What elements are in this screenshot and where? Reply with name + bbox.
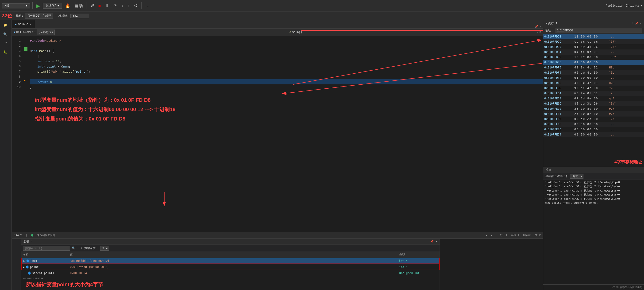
memory-row-15: 0x010FFE14 23 10 8e 00 #.?.	[543, 111, 644, 116]
toolbar-sep-3	[141, 2, 142, 9]
output-line-5: "HelloWorld.exe"(Win32): 已加载 "C:\Windows…	[545, 197, 642, 201]
watch-row-3[interactable]: 🔷 sizeof(point) 0x00000004 unsigned int	[21, 270, 440, 276]
memory-row-11: 0x010FFE04 60 fe 0f 01 `?.	[543, 91, 644, 96]
ln-8: 8	[12, 74, 24, 79]
mem-ascii-8: ....	[609, 76, 643, 79]
code-line-6: int* point = &num;	[30, 64, 543, 69]
gi-2	[24, 41, 28, 46]
mem-bytes-11: 60 fe 0f 01	[574, 92, 607, 95]
csdn-watermark: CSDN @窝在小角落里学习	[543, 284, 644, 290]
watch-search-input[interactable]	[23, 246, 70, 251]
watch-pin-btn[interactable]: 📌	[430, 240, 434, 243]
memory-gear-icon[interactable]: ⚙	[546, 22, 547, 25]
auto-btn[interactable]: 自动	[73, 2, 84, 9]
memory-row-5: 0x010FFDEC 01 00 00 00 ....	[543, 60, 644, 65]
gi-5	[24, 58, 28, 63]
sidebar-icon-search[interactable]: 🔍	[1, 30, 10, 38]
editor-close-btn[interactable]: ✕	[539, 25, 541, 28]
step-out-btn[interactable]: ↑	[126, 2, 131, 9]
encoding-info: CRLF	[535, 234, 541, 237]
code-line-5: int num = 18;	[30, 59, 543, 64]
fire-btn[interactable]: 🔥	[64, 2, 72, 9]
mem-addr-9: 0x010FFDFC	[544, 81, 572, 85]
sidebar-icon-git[interactable]: ⎇	[1, 39, 10, 47]
scroll-left-btn[interactable]: ◂	[537, 30, 538, 34]
editor-tab-main[interactable]: ◆ main.c ✕	[12, 20, 35, 28]
split-btn[interactable]: ⊞	[540, 30, 541, 34]
scroll-right[interactable]: ▸	[491, 234, 492, 237]
stop-btn[interactable]: ■	[97, 2, 102, 9]
stack-value[interactable]: main	[70, 13, 89, 18]
memory-pin-btn[interactable]: 📌	[635, 22, 638, 25]
output-source-select[interactable]: 调试	[570, 174, 584, 179]
watch-add-row[interactable]: 添加要监视的项	[21, 276, 440, 279]
mem-ascii-4: ...?	[609, 55, 643, 59]
code-text-8	[30, 75, 32, 78]
arch-chevron: ▼	[26, 4, 28, 7]
watch-val-3: 0x00000004	[68, 272, 397, 275]
main-toolbar: x86 ▼ ▶ 继续(C) ▼ 🔥 自动 ↺ ■ ⏸ ↷ ↓ ↑ ↺ ⋯ App…	[0, 0, 644, 12]
step-over-btn[interactable]: ↷	[112, 2, 118, 9]
header-hello-world: HelloWorld	[16, 31, 33, 34]
ln-6: 6	[12, 64, 24, 69]
main-layout: 📁 🔍 ⎇ 🐛 ◆ main.c ✕ 📌 ✕	[0, 20, 644, 290]
mem-bytes-18: 00 00 00 00	[574, 128, 607, 131]
continue-dropdown[interactable]: 继续(C) ▼	[43, 3, 62, 9]
watch-up-btn[interactable]: ↑	[77, 247, 79, 250]
step-back-btn[interactable]: ↺	[132, 2, 139, 9]
app-insights-chevron: ▼	[640, 4, 642, 7]
mem-bytes-13: 85 aa 3b 96	[574, 102, 607, 105]
memory-row-9: 0x010FFDFC 48 9c 4c 01 H?L.	[543, 80, 644, 86]
scroll-left[interactable]: ◂	[486, 234, 487, 237]
function-selector[interactable]: ⊕ main()	[290, 30, 302, 34]
restart-btn[interactable]: ↺	[89, 2, 96, 9]
memory-scroll-btn[interactable]: ↕	[632, 22, 634, 25]
sidebar-icon-debug[interactable]: 🐛	[1, 48, 10, 56]
step-into-btn[interactable]: ↓	[120, 2, 125, 9]
mem-bytes-5: 01 00 00 00	[574, 61, 607, 64]
depth-label: 搜索深度：	[84, 246, 98, 250]
depth-select[interactable]: 3	[100, 246, 109, 251]
bottom-sidebar	[12, 239, 21, 290]
watch-row-1[interactable]: ▶ 🔷 &num 0x010ffdd8 {0x00000012} int *	[21, 258, 440, 264]
watch-name-2: ▶ 🔷 point	[21, 265, 68, 269]
watch-row-2[interactable]: ▶ 🔷 point 0x010ffdd8 {0x00000012} int *	[21, 264, 440, 270]
watch-down-btn[interactable]: ↓	[81, 247, 82, 250]
memory-row-7: 0x010FFDF4 90 ee 4c 00 ??L.	[543, 70, 644, 75]
mem-addr-4: 0x010FFDE8	[544, 55, 572, 59]
scope-selector[interactable]: (全局范围)	[36, 29, 54, 35]
fold-indicator[interactable]	[24, 47, 28, 51]
arch-selector[interactable]: x86 ▼	[2, 3, 30, 8]
mem-ascii-1: ????	[609, 40, 643, 43]
tab-close-btn[interactable]: ✕	[30, 22, 32, 26]
editor-pin-btn[interactable]: 📌	[535, 25, 538, 28]
sidebar-icon-explorer[interactable]: 📁	[1, 21, 10, 29]
mem-bytes-8: 01 00 00 00	[574, 76, 607, 79]
memory-row-0: 0x010FFDD8 12 00 00 00 ....	[543, 34, 644, 39]
more-btn[interactable]: ⋯	[144, 2, 151, 9]
watch-toolbar: 🔍 ↑ ↓ 搜索深度： 3	[21, 245, 440, 252]
mem-ascii-9: H?L.	[609, 81, 643, 85]
status-sep1: |	[26, 234, 27, 237]
watch-expand-2[interactable]: ▶	[23, 265, 25, 269]
status-dot	[31, 234, 33, 237]
code-content[interactable]: #include<stdio.h> ⊟int main() { |	[28, 36, 543, 232]
arch-32bit-label: 32位	[2, 13, 12, 19]
function-label: main()	[292, 31, 302, 34]
memory-panel-controls: ⚙ 内存 1	[546, 21, 558, 25]
watch-header-btns: 📌 ✕	[430, 240, 437, 243]
pause-btn[interactable]: ⏸	[104, 2, 111, 9]
watch-close-btn[interactable]: ✕	[436, 240, 437, 243]
memory-address-input[interactable]	[555, 28, 642, 33]
continue-btn[interactable]: ▶	[35, 2, 41, 9]
code-line-4: |	[30, 53, 543, 59]
thread-value[interactable]: [0x9C20] 主线程	[25, 13, 53, 18]
watch-expand-1[interactable]: ▶	[24, 259, 25, 263]
mem-ascii-6: H?L.	[609, 66, 643, 69]
watch-search-icon[interactable]: 🔍	[72, 246, 75, 250]
memory-close-btn[interactable]: ✕	[640, 22, 642, 25]
code-line-3: ⊟int main() {	[30, 48, 543, 53]
mem-bytes-14: 23 10 8e 00	[574, 107, 607, 110]
watch-col-name-header: 名称	[21, 253, 68, 257]
app-insights-area[interactable]: Application Insights ▼	[606, 4, 642, 7]
